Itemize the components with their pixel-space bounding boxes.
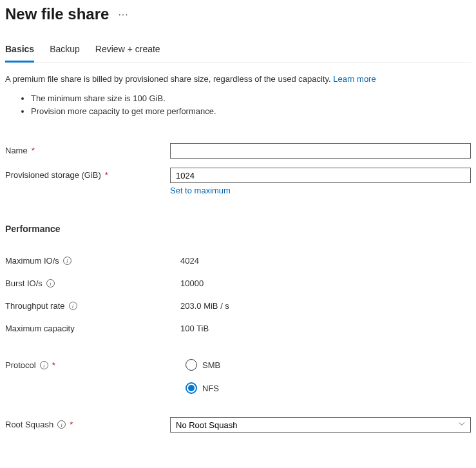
bullet-item: The minimum share size is 100 GiB. (31, 93, 471, 104)
max-capacity-label-text: Maximum capacity (5, 324, 75, 333)
name-label-text: Name (5, 146, 28, 155)
throughput-label: Throughput rate i (5, 301, 180, 311)
tab-basics[interactable]: Basics (5, 40, 34, 63)
required-indicator: * (52, 360, 55, 370)
protocol-option-smb[interactable]: SMB (186, 359, 471, 371)
protocol-nfs-label: NFS (202, 384, 219, 393)
radio-selected-icon (186, 382, 197, 394)
throughput-label-text: Throughput rate (5, 301, 65, 311)
max-capacity-label: Maximum capacity (5, 324, 180, 333)
protocol-label: Protocol i * (5, 358, 170, 370)
name-input[interactable] (170, 143, 471, 159)
more-icon[interactable]: ··· (118, 10, 128, 20)
burst-io-label: Burst IO/s i (5, 278, 180, 288)
max-capacity-value: 100 TiB (180, 324, 209, 333)
protocol-label-text: Protocol (5, 360, 36, 370)
burst-io-label-text: Burst IO/s (5, 278, 43, 288)
intro-bullets: The minimum share size is 100 GiB. Provi… (31, 93, 471, 117)
protocol-radio-group: SMB NFS (170, 358, 471, 394)
learn-more-link[interactable]: Learn more (333, 74, 376, 84)
storage-label-text: Provisioned storage (GiB) (5, 170, 101, 180)
required-indicator: * (32, 146, 35, 155)
max-io-label-text: Maximum IO/s (5, 256, 59, 266)
tab-backup[interactable]: Backup (50, 40, 80, 63)
storage-label: Provisioned storage (GiB) * (5, 168, 170, 180)
max-io-value: 4024 (180, 256, 199, 266)
protocol-option-nfs[interactable]: NFS (186, 382, 471, 394)
page-title: New file share (5, 5, 109, 23)
throughput-value: 203.0 MiB / s (180, 301, 229, 311)
radio-unselected-icon (186, 359, 197, 371)
info-icon[interactable]: i (63, 257, 71, 265)
required-indicator: * (105, 170, 108, 180)
intro-text: A premium file share is billed by provis… (5, 74, 471, 84)
info-icon[interactable]: i (57, 420, 66, 429)
info-icon[interactable]: i (40, 361, 48, 369)
root-squash-label-text: Root Squash (5, 420, 53, 429)
protocol-smb-label: SMB (202, 360, 220, 370)
name-label: Name * (5, 143, 170, 155)
burst-io-value: 10000 (180, 278, 204, 288)
bullet-item: Provision more capacity to get more perf… (31, 106, 471, 117)
tab-review-create[interactable]: Review + create (95, 40, 160, 63)
intro-text-body: A premium file share is billed by provis… (5, 74, 333, 84)
max-io-label: Maximum IO/s i (5, 256, 180, 266)
info-icon[interactable]: i (69, 302, 77, 310)
tabs: Basics Backup Review + create (5, 40, 471, 63)
info-icon[interactable]: i (46, 279, 55, 288)
storage-input[interactable] (170, 168, 471, 183)
required-indicator: * (70, 420, 73, 429)
root-squash-label: Root Squash i * (5, 417, 170, 429)
root-squash-select[interactable]: No Root Squash (170, 417, 471, 433)
performance-header: Performance (5, 224, 471, 234)
set-maximum-link[interactable]: Set to maximum (170, 186, 231, 195)
